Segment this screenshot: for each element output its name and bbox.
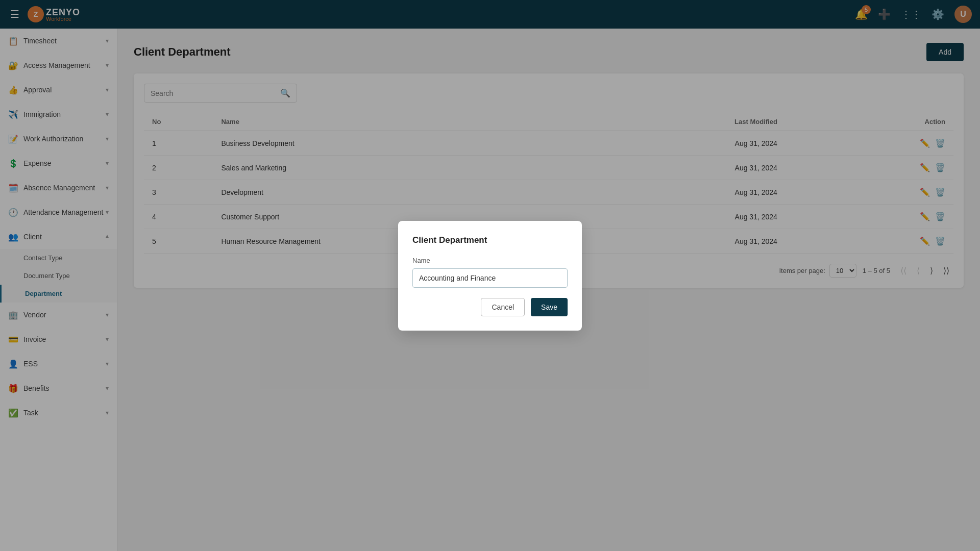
client-department-modal: Client Department Name Cancel Save [398, 221, 582, 331]
modal-overlay[interactable]: Client Department Name Cancel Save [0, 0, 980, 551]
modal-title: Client Department [412, 235, 568, 245]
modal-actions: Cancel Save [412, 298, 568, 316]
modal-name-field: Name [412, 257, 568, 288]
modal-name-input[interactable] [412, 268, 568, 288]
modal-name-label: Name [412, 257, 568, 264]
modal-cancel-button[interactable]: Cancel [481, 298, 525, 316]
modal-save-button[interactable]: Save [531, 298, 568, 316]
